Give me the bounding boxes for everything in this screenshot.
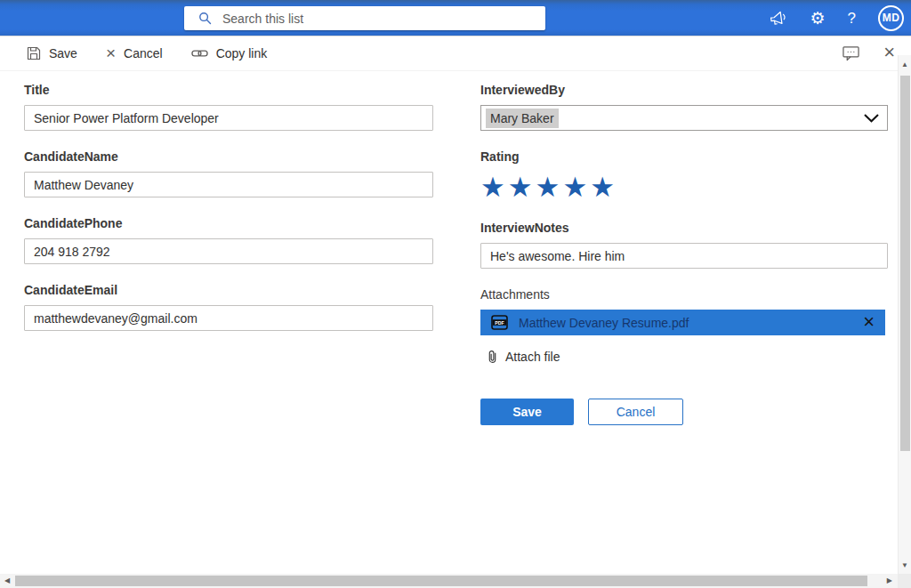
search-input[interactable] xyxy=(222,6,545,30)
cancel-command-label: Cancel xyxy=(124,46,163,60)
command-bar: Save Cancel Copy link xyxy=(0,36,911,71)
remove-attachment-icon[interactable] xyxy=(863,314,875,332)
interviewed-by-value: Mary Baker xyxy=(486,109,559,128)
help-icon[interactable] xyxy=(848,11,856,26)
candidate-phone-label: CandidatePhone xyxy=(24,216,433,230)
candidate-name-input[interactable] xyxy=(24,172,433,197)
attach-file-label: Attach file xyxy=(505,350,560,364)
cancel-x-icon xyxy=(106,47,116,60)
field-title: Title xyxy=(24,83,433,131)
interviewed-by-dropdown[interactable]: Mary Baker xyxy=(480,105,888,131)
settings-gear-icon[interactable] xyxy=(810,10,825,27)
announcements-icon[interactable] xyxy=(769,10,787,26)
star-icon[interactable] xyxy=(508,173,533,201)
field-interview-notes: InterviewNotes xyxy=(480,221,888,269)
comment-icon[interactable] xyxy=(842,45,859,61)
candidate-email-label: CandidateEmail xyxy=(24,283,433,297)
candidate-name-label: CandidateName xyxy=(24,149,433,164)
account-avatar[interactable]: MD xyxy=(878,5,904,31)
title-label: Title xyxy=(24,83,433,97)
form-buttons-row: Save Cancel xyxy=(480,399,888,425)
close-icon[interactable] xyxy=(883,45,895,62)
star-icon[interactable] xyxy=(536,173,560,201)
suite-bar: MD xyxy=(0,0,911,36)
attach-file-button[interactable]: Attach file xyxy=(488,349,888,364)
vertical-scrollbar[interactable]: ▲ ▼ xyxy=(898,55,911,574)
field-candidate-name: CandidateName xyxy=(24,149,433,197)
form-save-button[interactable]: Save xyxy=(480,399,574,425)
copy-link-command[interactable]: Copy link xyxy=(191,46,268,60)
scroll-left-arrow-icon[interactable]: ◀ xyxy=(4,574,10,588)
chevron-down-icon xyxy=(864,114,879,123)
scroll-down-arrow-icon[interactable]: ▼ xyxy=(899,560,911,571)
svg-text:PDF: PDF xyxy=(495,320,504,326)
star-icon[interactable] xyxy=(480,173,505,201)
interview-notes-input[interactable] xyxy=(480,243,888,269)
paperclip-icon xyxy=(488,349,497,364)
interview-notes-label: InterviewNotes xyxy=(480,221,888,235)
star-icon[interactable] xyxy=(590,173,615,201)
field-rating: Rating xyxy=(480,149,888,202)
search-box[interactable] xyxy=(184,6,545,30)
copy-link-command-label: Copy link xyxy=(216,46,268,60)
attachment-file-name: Matthew Devaney Resume.pdf xyxy=(519,316,852,330)
horizontal-scrollbar-thumb[interactable] xyxy=(15,576,867,586)
copy-link-icon xyxy=(191,47,208,60)
candidate-email-input[interactable] xyxy=(24,305,433,331)
field-candidate-email: CandidateEmail xyxy=(24,283,433,331)
rating-label: Rating xyxy=(480,149,888,164)
title-input[interactable] xyxy=(24,105,433,131)
scroll-right-arrow-icon[interactable]: ▶ xyxy=(887,574,892,588)
field-interviewed-by: InterviewedBy Mary Baker xyxy=(480,83,888,131)
form-cancel-button[interactable]: Cancel xyxy=(588,399,683,425)
save-command-label: Save xyxy=(49,46,77,60)
cancel-command[interactable]: Cancel xyxy=(106,46,163,60)
search-icon xyxy=(198,12,212,25)
vertical-scrollbar-thumb[interactable] xyxy=(900,76,910,451)
scrollbar-corner xyxy=(898,574,911,588)
pdf-file-icon: PDF xyxy=(491,315,508,330)
horizontal-scrollbar[interactable]: ◀ ▶ xyxy=(0,574,898,588)
attachment-item[interactable]: PDF Matthew Devaney Resume.pdf xyxy=(480,310,885,335)
save-floppy-icon xyxy=(27,46,41,60)
candidate-phone-input[interactable] xyxy=(24,238,433,264)
attachments-label: Attachments xyxy=(480,287,888,302)
rating-stars xyxy=(480,172,888,202)
form-left-column: Title CandidateName CandidatePhone Candi… xyxy=(24,83,433,350)
field-candidate-phone: CandidatePhone xyxy=(24,216,433,264)
field-attachments: Attachments PDF Matthew Devaney Resume.p… xyxy=(480,287,888,425)
scroll-up-arrow-icon[interactable]: ▲ xyxy=(899,60,911,70)
form-right-column: InterviewedBy Mary Baker Rating Intervie… xyxy=(480,83,888,444)
save-command[interactable]: Save xyxy=(27,46,77,60)
interviewed-by-label: InterviewedBy xyxy=(480,83,888,97)
star-icon[interactable] xyxy=(562,173,587,201)
